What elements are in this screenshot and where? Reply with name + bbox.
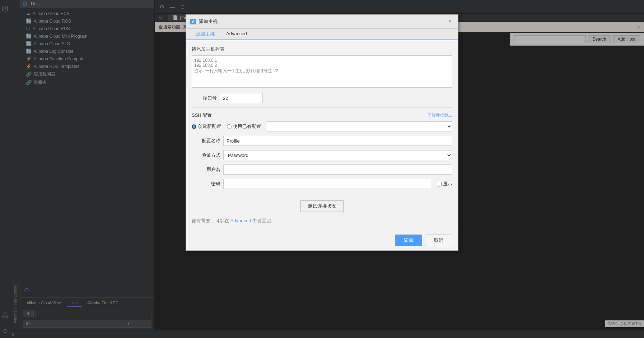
radio-group: 创建新配置 使用已有配置 <box>192 121 452 131</box>
radio-existing-label: 使用已有配置 <box>233 123 261 130</box>
auth-method-select[interactable]: Password Key Agent <box>223 150 452 160</box>
dialog-title: 添加主机 <box>199 18 218 25</box>
config-name-input[interactable] <box>223 136 452 146</box>
cancel-button[interactable]: 取消 <box>425 235 452 246</box>
advanced-suffix: 中设置跳... <box>252 218 275 223</box>
ssh-section: SSH 配置 了解数据隐... 创建新配置 使用已有配置 <box>192 107 452 189</box>
password-label: 密码 <box>192 181 220 187</box>
password-row: 密码 显示 <box>192 179 452 189</box>
radio-existing[interactable]: 使用已有配置 <box>227 123 261 130</box>
port-row: 端口号 22 <box>192 93 452 103</box>
add-host-dialog: A 添加主机 × 添加主机 Advanced 待添加主机列表 192.168.0… <box>186 14 458 251</box>
dialog-titlebar: A 添加主机 × <box>186 15 458 29</box>
dialog-close-button[interactable]: × <box>446 18 454 26</box>
username-row: 用户名 <box>192 165 452 175</box>
ssh-learn-link[interactable]: 了解数据隐... <box>427 112 452 119</box>
radio-create-label: 创建新配置 <box>198 123 221 130</box>
config-name-label: 配置名称 <box>192 138 220 144</box>
username-input[interactable] <box>223 165 452 175</box>
port-label: 端口号 <box>192 95 217 101</box>
dialog-tab-add-host[interactable]: 添加主机 <box>190 29 220 40</box>
existing-config-select[interactable] <box>267 121 452 131</box>
dialog-app-icon: A <box>190 19 196 24</box>
test-btn-row: 测试连接状况 <box>192 195 452 212</box>
test-connection-button[interactable]: 测试连接状况 <box>300 200 344 212</box>
advanced-link-area: 如有需要，可以在 Advanced 中设置跳... <box>192 218 452 224</box>
dialog-tab-advanced[interactable]: Advanced <box>220 29 253 40</box>
port-input[interactable]: 22 <box>220 93 263 103</box>
auth-method-row: 验证方式 Password Key Agent <box>192 150 452 160</box>
show-password-label[interactable]: 显示 <box>437 181 452 187</box>
dialog-footer: 添加 取消 <box>186 230 458 250</box>
host-list-textarea[interactable]: 192.168.0.1 192.168.0.2 提示: 一行只输入一个主机, 默… <box>192 55 452 88</box>
show-label: 显示 <box>443 181 452 187</box>
dialog-overlay: A 添加主机 × 添加主机 Advanced 待添加主机列表 192.168.0… <box>0 0 644 338</box>
advanced-prefix: 如有需要，可以在 <box>192 218 230 223</box>
show-password-checkbox[interactable] <box>437 182 442 186</box>
ssh-title: SSH 配置 <box>192 112 212 119</box>
dialog-tabs: 添加主机 Advanced <box>186 29 458 40</box>
radio-existing-input[interactable] <box>227 124 232 129</box>
radio-create[interactable]: 创建新配置 <box>192 123 221 130</box>
dialog-title-area: A 添加主机 <box>190 18 218 25</box>
add-button[interactable]: 添加 <box>395 235 422 246</box>
config-name-row: 配置名称 <box>192 136 452 146</box>
advanced-link[interactable]: Advanced <box>230 218 251 223</box>
username-label: 用户名 <box>192 166 220 173</box>
radio-create-input[interactable] <box>192 124 196 129</box>
password-input[interactable] <box>223 179 431 189</box>
dialog-body: 待添加主机列表 192.168.0.1 192.168.0.2 提示: 一行只输… <box>186 40 458 230</box>
ssh-header: SSH 配置 了解数据隐... <box>192 112 452 119</box>
host-list-label: 待添加主机列表 <box>192 46 452 52</box>
auth-method-label: 验证方式 <box>192 152 220 158</box>
